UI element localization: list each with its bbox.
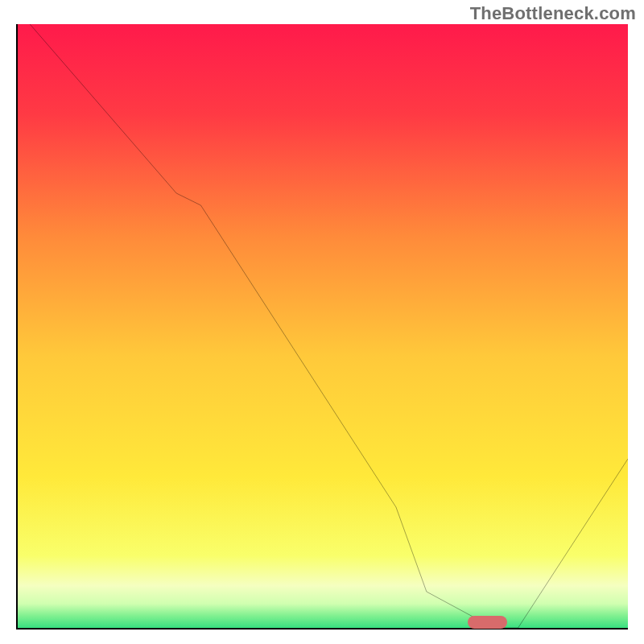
watermark-label: TheBottleneck.com bbox=[470, 3, 636, 24]
svg-rect-0 bbox=[18, 24, 628, 628]
chart-container: TheBottleneck.com bbox=[0, 0, 644, 644]
optimal-marker bbox=[468, 616, 507, 629]
plot-area bbox=[16, 24, 628, 630]
background-gradient bbox=[18, 24, 628, 628]
